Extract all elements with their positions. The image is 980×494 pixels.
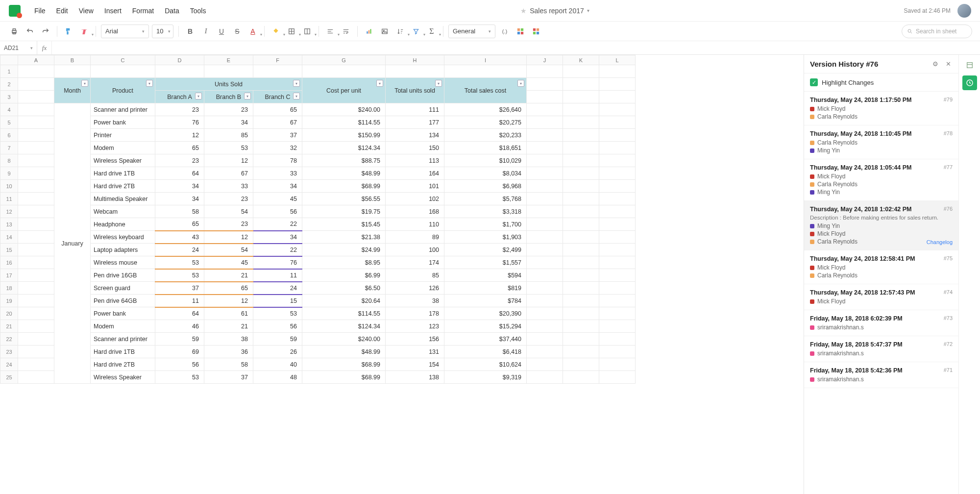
filter-dropdown-icon[interactable]: ▾ xyxy=(435,80,442,87)
cell-total-cost[interactable]: $594 xyxy=(444,269,527,282)
cell-total-cost[interactable]: $20,275 xyxy=(444,116,527,129)
cell-branch-c[interactable]: 53 xyxy=(253,307,302,320)
cell-product[interactable]: Hard drive 2TB xyxy=(91,358,155,371)
cell-total-units[interactable]: 150 xyxy=(386,142,444,154)
cell-total-units[interactable]: 168 xyxy=(386,205,444,218)
cell-total-cost[interactable]: $1,557 xyxy=(444,256,527,269)
cell-branch-b[interactable]: 12 xyxy=(204,231,253,244)
cell-branch-a[interactable]: 56 xyxy=(155,358,204,371)
cell-total-cost[interactable]: $10,029 xyxy=(444,154,527,167)
merge-icon[interactable] xyxy=(301,25,314,38)
redo-icon[interactable] xyxy=(39,25,52,38)
col-header-D[interactable]: D xyxy=(155,55,204,65)
cell-total-cost[interactable]: $1,700 xyxy=(444,218,527,231)
cell-total-units[interactable]: 131 xyxy=(386,346,444,358)
cell-branch-c[interactable]: 48 xyxy=(253,371,302,384)
cell-branch-b[interactable]: 21 xyxy=(204,269,253,282)
cell-total-cost[interactable]: $10,624 xyxy=(444,358,527,371)
close-icon[interactable]: ✕ xyxy=(944,60,953,68)
italic-icon[interactable]: I xyxy=(199,25,212,38)
cell-branch-a[interactable]: 23 xyxy=(155,154,204,167)
cell-total-units[interactable]: 110 xyxy=(386,218,444,231)
select-all-corner[interactable] xyxy=(0,55,18,65)
header-product[interactable]: Product▾ xyxy=(91,78,155,103)
cell-branch-b[interactable]: 34 xyxy=(204,116,253,129)
align-icon[interactable] xyxy=(324,25,337,38)
rail-history-icon[interactable] xyxy=(962,75,977,90)
parens-icon[interactable]: (.) xyxy=(498,25,511,38)
header-branch-c[interactable]: Branch C▾ xyxy=(253,91,302,103)
cell-branch-a[interactable]: 64 xyxy=(155,307,204,320)
menu-view[interactable]: View xyxy=(79,7,94,15)
borders-icon[interactable] xyxy=(285,25,298,38)
wrap-icon[interactable] xyxy=(340,25,352,38)
cell-cpu[interactable]: $68.99 xyxy=(302,358,386,371)
cell-branch-b[interactable]: 12 xyxy=(204,154,253,167)
cell-total-cost[interactable]: $15,294 xyxy=(444,320,527,333)
cell-cpu[interactable]: $48.99 xyxy=(302,167,386,180)
row-header[interactable]: 22 xyxy=(0,333,18,346)
cell-cpu[interactable]: $124.34 xyxy=(302,142,386,154)
cell-total-units[interactable]: 134 xyxy=(386,129,444,142)
col-header-L[interactable]: L xyxy=(599,55,636,65)
cell-branch-c[interactable]: 59 xyxy=(253,333,302,346)
cell-branch-c[interactable]: 76 xyxy=(253,256,302,269)
cell-branch-c[interactable]: 65 xyxy=(253,103,302,116)
clear-format-icon[interactable] xyxy=(78,25,91,38)
col-header-B[interactable]: B xyxy=(54,55,91,65)
cell-total-cost[interactable]: $2,499 xyxy=(444,244,527,256)
cell-total-units[interactable]: 174 xyxy=(386,256,444,269)
filter-dropdown-icon[interactable]: ▾ xyxy=(244,93,251,99)
filter-dropdown-icon[interactable]: ▾ xyxy=(146,80,153,87)
font-select[interactable]: Arial▾ xyxy=(101,25,149,38)
filter-dropdown-icon[interactable]: ▾ xyxy=(376,80,383,87)
formula-input[interactable] xyxy=(52,41,980,54)
cell-total-units[interactable]: 102 xyxy=(386,193,444,205)
cell-product[interactable]: Power bank xyxy=(91,307,155,320)
strike-icon[interactable]: S xyxy=(231,25,244,38)
cell-branch-a[interactable]: 76 xyxy=(155,116,204,129)
cell-branch-b[interactable]: 12 xyxy=(204,295,253,307)
cell-cpu[interactable]: $19.75 xyxy=(302,205,386,218)
cell-total-units[interactable]: 138 xyxy=(386,371,444,384)
cell-cpu[interactable]: $56.55 xyxy=(302,193,386,205)
cell-branch-b[interactable]: 21 xyxy=(204,320,253,333)
cell-cpu[interactable]: $114.55 xyxy=(302,116,386,129)
cell-total-units[interactable]: 113 xyxy=(386,154,444,167)
header-branch-a[interactable]: Branch A▾ xyxy=(155,91,204,103)
cell-branch-c[interactable]: 24 xyxy=(253,282,302,295)
cell-total-units[interactable]: 178 xyxy=(386,307,444,320)
header-month[interactable]: Month▾ xyxy=(54,78,91,103)
col-header-K[interactable]: K xyxy=(563,55,599,65)
cell-cpu[interactable]: $124.34 xyxy=(302,320,386,333)
cell-total-units[interactable]: 89 xyxy=(386,231,444,244)
bold-icon[interactable]: B xyxy=(184,25,196,38)
cell-cpu[interactable]: $68.99 xyxy=(302,180,386,193)
cell-product[interactable]: Modem xyxy=(91,142,155,154)
cell-branch-c[interactable]: 33 xyxy=(253,167,302,180)
version-item[interactable]: Friday, May 18, 2018 5:42:36 PM #71srira… xyxy=(804,362,958,388)
cell-total-cost[interactable]: $784 xyxy=(444,295,527,307)
cell-cpu[interactable]: $150.99 xyxy=(302,129,386,142)
cell-branch-a[interactable]: 65 xyxy=(155,142,204,154)
row-header[interactable]: 16 xyxy=(0,256,18,269)
more-format-icon[interactable] xyxy=(530,25,542,38)
row-header[interactable]: 15 xyxy=(0,244,18,256)
changelog-link[interactable]: Changelog xyxy=(927,239,953,245)
document-title[interactable]: Sales report 2017 xyxy=(530,7,584,15)
row-header[interactable]: 18 xyxy=(0,282,18,295)
cell-branch-a[interactable]: 34 xyxy=(155,180,204,193)
cell-branch-c[interactable]: 26 xyxy=(253,346,302,358)
version-item[interactable]: Thursday, May 24, 2018 12:57:43 PM #74Mi… xyxy=(804,284,958,310)
avatar[interactable] xyxy=(957,4,971,18)
cell-branch-b[interactable]: 23 xyxy=(204,103,253,116)
cell-branch-b[interactable]: 36 xyxy=(204,346,253,358)
cell-branch-b[interactable]: 61 xyxy=(204,307,253,320)
cell-total-units[interactable]: 111 xyxy=(386,103,444,116)
row-header[interactable]: 13 xyxy=(0,218,18,231)
cond-format-icon[interactable] xyxy=(514,25,527,38)
cell-branch-c[interactable]: 56 xyxy=(253,320,302,333)
cell-total-cost[interactable]: $6,968 xyxy=(444,180,527,193)
format-painter-icon[interactable] xyxy=(62,25,75,38)
row-header[interactable]: 10 xyxy=(0,180,18,193)
